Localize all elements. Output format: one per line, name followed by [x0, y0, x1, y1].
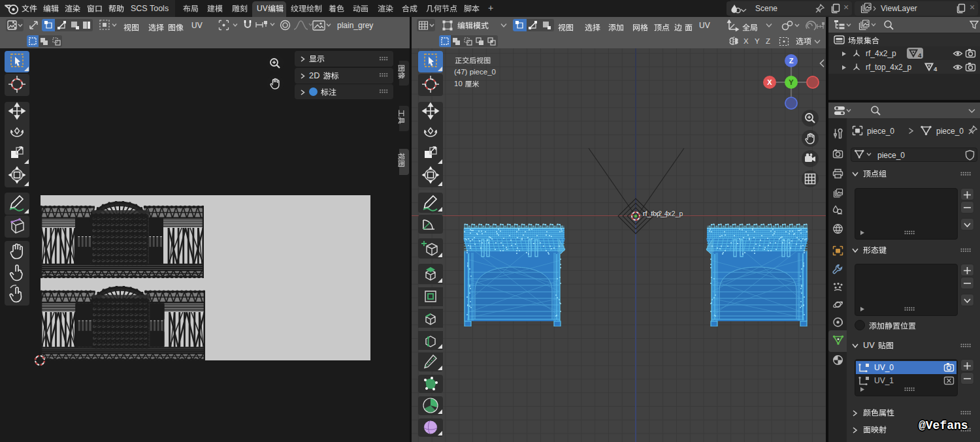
svg-text:U: U: [863, 341, 869, 349]
svg-text:X: X: [767, 78, 772, 86]
svg-text:2: 2: [309, 72, 314, 80]
svg-text:Z: Z: [789, 57, 794, 65]
svg-text:V: V: [869, 341, 875, 349]
svg-text:D: D: [314, 72, 319, 80]
svg-text:Y: Y: [789, 78, 794, 86]
